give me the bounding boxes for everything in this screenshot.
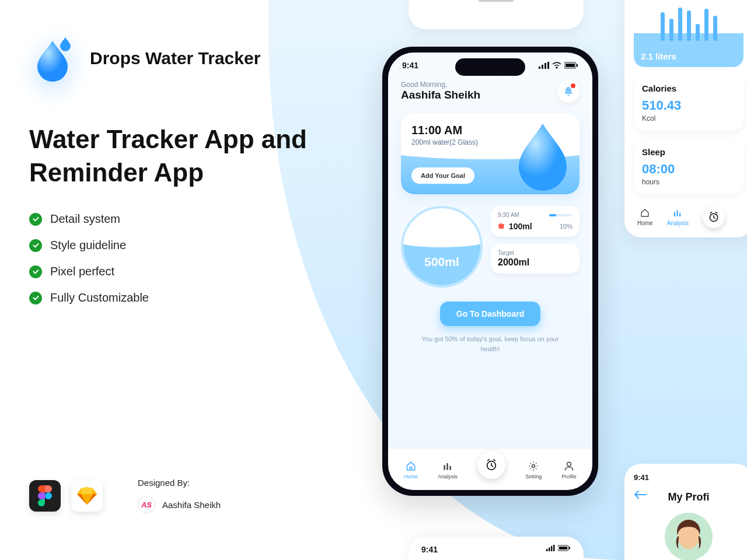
- dashboard-button[interactable]: Go To Dashboard: [440, 302, 540, 326]
- water-drop-icon: [511, 121, 575, 191]
- intake-progress: 500ml: [401, 206, 483, 288]
- preview-screen-bottom: 9:41: [409, 537, 584, 560]
- wifi-icon: [552, 62, 561, 69]
- svg-point-0: [45, 492, 52, 499]
- sketch-icon[interactable]: [71, 480, 103, 512]
- check-icon: [29, 292, 42, 304]
- check-icon: [29, 213, 42, 226]
- notification-button[interactable]: [557, 80, 580, 103]
- drop-logo-icon: [29, 35, 76, 82]
- intake-value: 500ml: [403, 255, 480, 269]
- svg-rect-4: [547, 62, 549, 69]
- status-time: 9:41: [634, 473, 743, 482]
- sleep-unit: hours: [642, 178, 735, 186]
- svg-rect-7: [577, 64, 578, 66]
- profile-avatar[interactable]: [665, 513, 713, 560]
- check-icon: [29, 265, 42, 278]
- clock-icon: [708, 211, 720, 223]
- svg-rect-23: [677, 211, 678, 217]
- water-bar-chart: [641, 0, 736, 41]
- svg-rect-11: [449, 466, 451, 470]
- nav-analysis[interactable]: Analysis: [667, 208, 689, 226]
- svg-rect-22: [674, 212, 675, 217]
- phone-notch: [455, 58, 525, 76]
- home-icon: [405, 460, 417, 472]
- progress-text: You got 50% of today's goal, keep focus …: [401, 334, 580, 354]
- home-icon: [640, 208, 650, 218]
- calories-title: Calories: [642, 83, 735, 93]
- nav-home[interactable]: Home: [637, 208, 653, 226]
- svg-rect-16: [549, 548, 550, 552]
- nav-setting[interactable]: Setting: [525, 460, 542, 480]
- feature-item: Detail system: [50, 212, 120, 226]
- add-goal-button[interactable]: Add Your Goal: [411, 167, 474, 184]
- designer-avatar-icon: AS: [138, 496, 155, 513]
- liters-value: 2.1 liters: [641, 51, 736, 61]
- arrow-left-icon: [634, 490, 647, 499]
- feature-item: Pixel perfect: [50, 265, 114, 278]
- battery-icon: [564, 62, 578, 69]
- svg-rect-21: [569, 547, 570, 550]
- marketing-column: Drops Water Tracker Water Tracker App an…: [29, 35, 321, 317]
- log-amount: 100ml: [509, 222, 532, 231]
- target-card: Target 2000ml: [491, 244, 580, 274]
- status-time: 9:41: [402, 61, 418, 70]
- feature-item: Fully Customizable: [50, 291, 149, 304]
- figma-icon[interactable]: [29, 480, 61, 512]
- svg-rect-6: [566, 64, 575, 67]
- svg-rect-20: [559, 547, 567, 550]
- cup-icon: [498, 223, 506, 230]
- designer-name: Aashifa Sheikh: [162, 500, 221, 510]
- target-value: 2000ml: [498, 257, 573, 268]
- main-heading: Water Tracker App and Reminder App: [29, 123, 321, 189]
- preview-analysis-screen: 2.1 liters Calories 510.43 Kcol Sleep 08…: [624, 0, 747, 237]
- notification-dot-icon: [571, 83, 575, 88]
- gear-icon: [528, 460, 539, 472]
- svg-rect-10: [446, 463, 448, 470]
- log-progress-bar: [549, 214, 573, 216]
- target-label: Target: [498, 250, 573, 256]
- profile-icon: [563, 460, 575, 472]
- preview-screen-top: [409, 0, 584, 29]
- nav-analysis[interactable]: Analysis: [438, 460, 458, 480]
- nav-profile[interactable]: Profile: [561, 460, 577, 480]
- svg-rect-15: [546, 549, 548, 551]
- greeting-name: Aashifa Sheikh: [401, 89, 480, 102]
- status-time: 9:41: [421, 545, 438, 554]
- analysis-icon: [672, 208, 683, 218]
- nav-reminder[interactable]: [703, 206, 725, 228]
- sleep-title: Sleep: [642, 147, 735, 157]
- app-title: Drops Water Tracker: [90, 48, 260, 68]
- water-chart-card: 2.1 liters: [634, 0, 743, 67]
- svg-rect-3: [544, 63, 546, 69]
- nav-reminder[interactable]: [477, 451, 505, 479]
- svg-rect-17: [551, 546, 553, 551]
- feature-list: Detail system Style guideline Pixel perf…: [29, 212, 321, 304]
- bottom-nav: Home Analysis Setting Profile: [388, 449, 592, 490]
- log-time: 9:30 AM: [498, 212, 519, 218]
- nav-home[interactable]: Home: [404, 460, 418, 480]
- log-card: 9:30 AM 100ml 10%: [491, 206, 580, 237]
- sleep-value: 08:00: [642, 162, 735, 177]
- feature-item: Style guideline: [50, 239, 126, 252]
- svg-point-13: [532, 464, 535, 467]
- clock-icon: [485, 459, 498, 471]
- profile-title: My Profi: [634, 491, 743, 503]
- goal-card: 11:00 AM 200ml water(2 Glass) Add Your G…: [401, 113, 580, 194]
- svg-rect-1: [539, 66, 540, 69]
- svg-rect-18: [553, 545, 555, 551]
- phone-mockup: 9:41 Good Morning, Aashifa Sheikh: [382, 47, 598, 496]
- svg-rect-24: [679, 213, 680, 216]
- signal-icon: [539, 62, 549, 69]
- preview-profile-screen: 9:41 My Profi First Name: [624, 464, 747, 560]
- svg-point-8: [568, 94, 570, 96]
- sleep-card: Sleep 08:00 hours: [634, 139, 743, 194]
- greeting-sub: Good Morning,: [401, 80, 480, 89]
- footer-row: Designed By: AS Aashifa Sheikh: [29, 478, 221, 513]
- calories-value: 510.43: [642, 98, 735, 113]
- svg-point-14: [567, 462, 571, 466]
- svg-rect-9: [444, 465, 445, 470]
- calories-card: Calories 510.43 Kcol: [634, 75, 743, 131]
- analysis-icon: [442, 460, 453, 472]
- designer-label: Designed By:: [138, 478, 221, 488]
